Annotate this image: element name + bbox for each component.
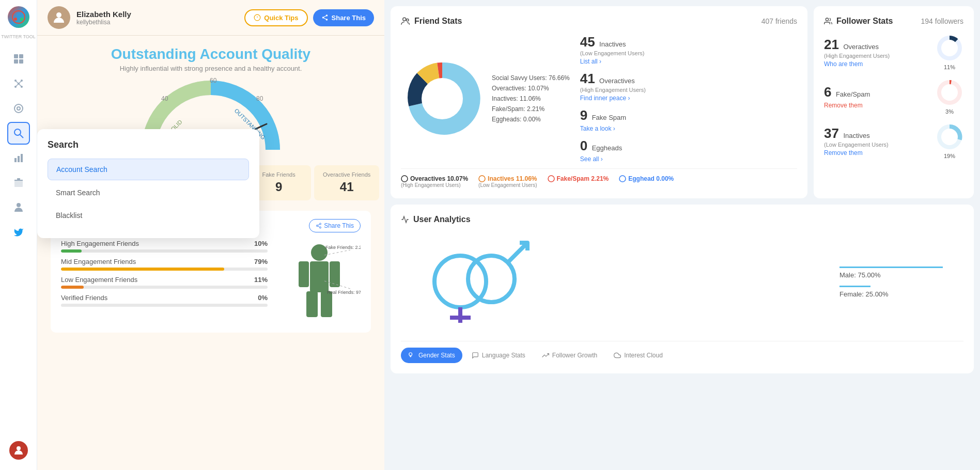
legend-social: Social Savvy Users: 76.66% <box>492 74 570 82</box>
sidebar-item-trash[interactable] <box>7 171 30 194</box>
svg-rect-6 <box>14 59 18 64</box>
friends-share-button[interactable]: Share This <box>309 219 361 232</box>
svg-line-50 <box>318 226 319 227</box>
sidebar-item-barchart[interactable] <box>7 147 30 169</box>
quality-highlight: Outstanding <box>111 46 196 62</box>
svg-line-80 <box>508 243 527 262</box>
svg-point-35 <box>325 19 328 21</box>
follower-fake-link[interactable]: Remove them <box>824 102 863 109</box>
follower-inactives-pct: 19% <box>936 153 963 159</box>
sidebar-item-person[interactable] <box>7 196 30 219</box>
bottom-fake: Fake/Spam 2.21% <box>548 175 609 188</box>
egghead-icon <box>619 175 626 182</box>
stat-fake-label: Fake Friends <box>252 171 306 178</box>
svg-rect-4 <box>14 54 18 58</box>
sidebar-item-search[interactable] <box>7 122 30 145</box>
follower-overactives: 21 Overactives (High Engagement Users) W… <box>824 34 963 70</box>
svg-line-37 <box>324 16 326 17</box>
count-overactives-link[interactable]: Find inner peace › <box>580 95 630 102</box>
quality-title: Outstanding Account Quality <box>48 46 374 62</box>
friend-mid-pct: 79% <box>254 258 268 265</box>
sidebar-item-circle[interactable] <box>7 97 30 120</box>
follower-overactives-label: Overactives <box>843 43 879 51</box>
follower-inactives-link[interactable]: Remove them <box>824 149 863 156</box>
svg-line-36 <box>324 18 326 19</box>
app-name-label: TWITTER TOOL <box>1 34 36 39</box>
tab-language-stats[interactable]: Language Stats <box>464 348 533 363</box>
count-overactives: 41 Overactives (High Engagement Users) F… <box>580 71 797 102</box>
user-analytics-card: User Analytics <box>391 205 974 373</box>
follower-inactives-sub: (Low Engagement Users) <box>824 142 889 148</box>
count-eggheads-link[interactable]: See all › <box>580 155 603 163</box>
svg-point-68 <box>619 176 626 182</box>
count-inactives-label: Inactives <box>599 40 626 48</box>
follower-fake: 6 Fake/Spam Remove them 3% <box>824 79 963 115</box>
count-inactives-link[interactable]: List all › <box>580 58 601 65</box>
tab-interest-cloud-label: Interest Cloud <box>624 352 663 359</box>
friend-stats-icon <box>401 17 410 26</box>
stat-fake-value: 9 <box>252 180 306 194</box>
friend-mid-label: Mid Engagement Friends <box>61 258 136 265</box>
svg-line-51 <box>318 224 319 225</box>
header-share-button[interactable]: Share This <box>313 9 374 26</box>
svg-point-47 <box>320 223 321 225</box>
count-fake: 9 Fake Spam Take a look › <box>580 107 797 133</box>
quick-tips-button[interactable]: Quick Tips <box>244 9 307 26</box>
app-logo[interactable] <box>8 6 29 28</box>
svg-point-33 <box>325 14 328 17</box>
profile-name: Elizabeth Kelly <box>76 10 244 19</box>
search-option-blacklist[interactable]: Blacklist <box>48 205 249 226</box>
sidebar-item-dashboard[interactable] <box>7 48 30 70</box>
friend-stats-title: Friend Stats <box>401 17 462 26</box>
bottom-fake-text: Fake/Spam 2.21% <box>557 175 609 182</box>
tab-follower-growth[interactable]: Follower Growth <box>535 348 604 363</box>
sidebar-item-twitter[interactable] <box>7 221 30 244</box>
bottom-egghead-text: Egghead 0.00% <box>628 175 674 182</box>
user-avatar[interactable] <box>9 441 28 460</box>
sidebar-item-network[interactable] <box>7 72 30 95</box>
fake-icon <box>548 175 555 182</box>
svg-rect-23 <box>21 154 23 162</box>
friends-content: High Engagement Friends 10% Mid Engageme… <box>61 240 361 324</box>
search-option-smart[interactable]: Smart Search <box>48 182 249 203</box>
gender-tab-icon <box>408 352 415 359</box>
quick-tips-label: Quick Tips <box>264 14 298 22</box>
svg-rect-54 <box>299 261 309 287</box>
svg-rect-7 <box>19 59 23 64</box>
friend-low-pct: 11% <box>254 276 268 284</box>
stat-overactive-value: 41 <box>319 180 374 194</box>
svg-point-19 <box>14 129 21 135</box>
svg-line-58 <box>324 250 350 255</box>
search-dropdown: Search Account Search Smart Search Black… <box>37 129 259 238</box>
svg-line-20 <box>20 135 23 138</box>
friend-stats-header: Friend Stats 407 friends <box>401 17 797 26</box>
svg-point-66 <box>479 176 485 182</box>
svg-point-3 <box>20 18 23 21</box>
count-inactives-sub: (Low Engagement Users) <box>580 50 797 56</box>
tab-interest-cloud[interactable]: Interest Cloud <box>606 348 670 363</box>
user-analytics-body: Male: 75.00% Female: 25.00% <box>401 232 963 333</box>
svg-point-18 <box>17 107 20 110</box>
follower-fake-pie: 3% <box>936 79 963 115</box>
friend-stats-total: 407 friends <box>761 17 797 25</box>
tab-gender-stats[interactable]: Gender Stats <box>401 348 462 363</box>
search-option-account[interactable]: Account Search <box>48 159 249 180</box>
svg-text:100: 100 <box>273 154 283 155</box>
user-analytics-icon <box>401 215 409 224</box>
svg-point-75 <box>941 129 958 145</box>
svg-point-48 <box>317 225 318 227</box>
svg-text:Real Friends: 97.79%: Real Friends: 97.79% <box>327 290 361 295</box>
left-panel: Elizabeth Kelly kellybethlisa Quick Tips <box>37 0 384 470</box>
svg-point-62 <box>403 18 406 21</box>
svg-line-16 <box>19 84 22 87</box>
follower-overactives-link[interactable]: Who are them <box>824 60 863 68</box>
follower-inactives-info: 37 Inactives (Low Engagement Users) Remo… <box>824 126 889 157</box>
profile-header: Elizabeth Kelly kellybethlisa Quick Tips <box>37 0 384 36</box>
pie-legend: Social Savvy Users: 76.66% Overactives: … <box>492 74 570 123</box>
friend-low-label: Low Engagement Friends <box>61 276 137 284</box>
profile-handle: kellybethlisa <box>76 19 244 26</box>
count-fake-link[interactable]: Take a look › <box>580 125 615 132</box>
friend-verified-label: Verified Friends <box>61 294 107 302</box>
svg-text:80: 80 <box>256 95 263 102</box>
follower-fake-num: 6 <box>824 84 831 100</box>
